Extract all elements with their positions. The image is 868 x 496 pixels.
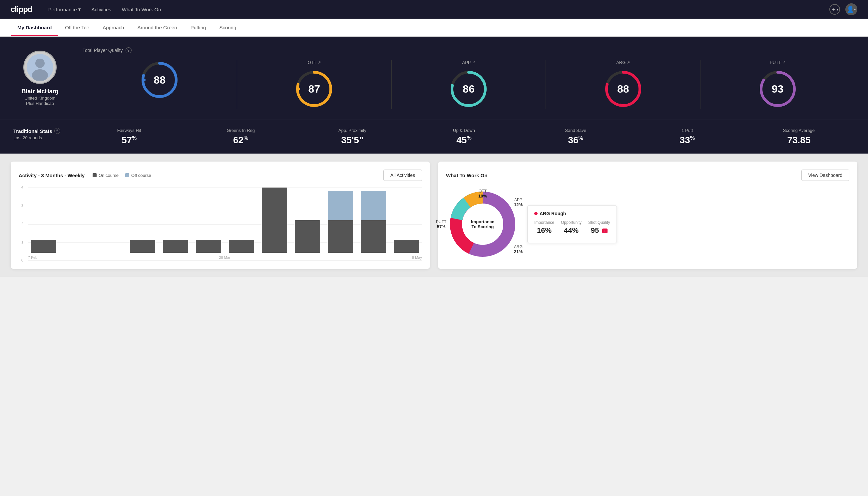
score-putt: PUTT ↗ 93 [700, 60, 855, 109]
bar-on-course [31, 240, 56, 253]
player-quality-title: Total Player Quality ? [83, 47, 855, 53]
y-label-1: 1 [21, 240, 23, 244]
stat-app-proximity: App. Proximity 35'5" [297, 128, 408, 145]
tab-around-the-green[interactable]: Around the Green [130, 19, 184, 36]
x-label-end: 9 May [412, 255, 422, 260]
top-navigation: clippd Performance ▾ Activities What To … [0, 0, 868, 19]
donut-center-line2: To Scoring [471, 224, 494, 229]
tab-approach[interactable]: Approach [96, 19, 130, 36]
arg-rough-card: ARG Rough Importance 16% Opportunity 44%… [527, 205, 617, 243]
bar-group [291, 188, 323, 253]
nav-performance[interactable]: Performance ▾ [48, 5, 81, 14]
stat-up-down: Up & Down 45% [408, 128, 520, 145]
score-arg: ARG ↗ 88 [546, 60, 700, 109]
all-activities-button[interactable]: All Activities [383, 170, 422, 181]
nav-activities[interactable]: Activities [92, 5, 111, 14]
player-profile: Blair McHarg United Kingdom Plus Handica… [13, 51, 67, 106]
fairways-hit-value: 57% [73, 135, 185, 145]
importance-value: 16% [534, 226, 554, 235]
red-indicator-dot [534, 212, 538, 215]
avatar [23, 51, 57, 84]
one-putt-value: 33% [632, 135, 743, 145]
view-dashboard-button[interactable]: View Dashboard [801, 170, 849, 181]
scoring-average-value: 73.85 [743, 135, 855, 145]
app-logo[interactable]: clippd [11, 5, 32, 14]
y-label-4: 4 [21, 185, 23, 189]
metric-importance: Importance 16% [534, 220, 554, 235]
shot-quality-value: 95 ↓ [588, 226, 610, 235]
total-circle: 88 [140, 60, 179, 100]
help-icon[interactable]: ? [126, 47, 131, 53]
app-label: APP ↗ [462, 60, 475, 65]
bar-group [226, 188, 257, 253]
y-label-2: 2 [21, 222, 23, 226]
x-label-mid: 28 Mar [219, 255, 230, 260]
score-total: 88 [83, 60, 237, 109]
putt-label: PUTT ↗ [770, 60, 785, 65]
add-button[interactable]: ＋ ▾ [830, 4, 840, 15]
trend-up-icon: ↗ [472, 60, 475, 65]
opportunity-value: 44% [561, 226, 582, 235]
on-course-dot [93, 173, 97, 177]
bar-group [94, 188, 126, 253]
chart-legend: On course Off course [93, 173, 151, 178]
up-down-value: 45% [408, 135, 520, 145]
stats-subtitle: Last 20 rounds [13, 135, 73, 140]
x-label-start: 7 Feb [28, 255, 37, 260]
bar-on-course [196, 240, 221, 253]
bottom-panels: Activity - 3 Months - Weekly On course O… [0, 154, 868, 277]
bar-group [160, 188, 191, 253]
stats-items: Fairways Hit 57% Greens In Reg 62% App. … [73, 128, 855, 145]
chevron-down-icon: ▾ [78, 6, 81, 12]
score-ott: OTT ↗ 87 [237, 60, 392, 109]
putt-score-value: 93 [772, 83, 784, 95]
bar-on-course [229, 240, 254, 253]
legend-on-course: On course [93, 173, 119, 178]
stats-section-title: Traditional Stats ? [13, 128, 73, 134]
tab-my-dashboard[interactable]: My Dashboard [11, 19, 58, 36]
ott-score-value: 87 [308, 83, 320, 95]
bar-on-course [295, 220, 320, 253]
ott-label: OTT ↗ [308, 60, 321, 65]
greens-in-reg-value: 62% [185, 135, 297, 145]
user-avatar-button[interactable]: 👤 ▾ [845, 3, 857, 15]
stats-label-section: Traditional Stats ? Last 20 rounds [13, 128, 73, 140]
chevron-down-icon: ▾ [837, 7, 839, 12]
what-to-work-on-panel: What To Work On View Dashboard Impor [438, 161, 857, 269]
user-icon: 👤 [847, 6, 854, 13]
stat-sand-save: Sand Save 36% [520, 128, 632, 145]
off-course-dot [125, 173, 129, 177]
info-card-title: ARG Rough [534, 211, 610, 216]
wtwon-title: What To Work On [446, 173, 487, 178]
nav-what-to-work-on[interactable]: What To Work On [122, 5, 161, 14]
arg-circle: 88 [603, 69, 643, 109]
bar-on-course [394, 240, 419, 253]
app-proximity-value: 35'5" [297, 135, 408, 145]
tab-putting[interactable]: Putting [184, 19, 213, 36]
stat-greens-in-reg: Greens In Reg 62% [185, 128, 297, 145]
tab-scoring[interactable]: Scoring [212, 19, 243, 36]
y-label-0: 0 [21, 258, 23, 262]
bar-on-course [328, 220, 353, 253]
putt-circle: 93 [758, 69, 798, 109]
metric-opportunity: Opportunity 44% [561, 220, 582, 235]
bar-group [28, 188, 60, 253]
trend-down-badge: ↓ [602, 229, 607, 233]
help-icon[interactable]: ? [54, 128, 60, 134]
arg-label: ARG ↗ [616, 60, 630, 65]
stat-1-putt: 1 Putt 33% [632, 128, 743, 145]
trend-up-icon: ↗ [783, 60, 785, 65]
score-app: APP ↗ 86 [392, 60, 546, 109]
bar-group [61, 188, 93, 253]
wtwon-panel-header: What To Work On View Dashboard [446, 170, 849, 181]
arg-score-value: 88 [617, 83, 629, 95]
bar-group [325, 188, 356, 253]
nav-right-actions: ＋ ▾ 👤 ▾ [830, 3, 857, 15]
total-score-value: 88 [154, 74, 166, 86]
tab-off-the-tee[interactable]: Off the Tee [58, 19, 96, 36]
hero-section: Blair McHarg United Kingdom Plus Handica… [0, 37, 868, 120]
y-label-3: 3 [21, 203, 23, 207]
bar-off-course [361, 191, 386, 220]
bar-on-course [163, 240, 188, 253]
svg-point-1 [35, 59, 45, 68]
